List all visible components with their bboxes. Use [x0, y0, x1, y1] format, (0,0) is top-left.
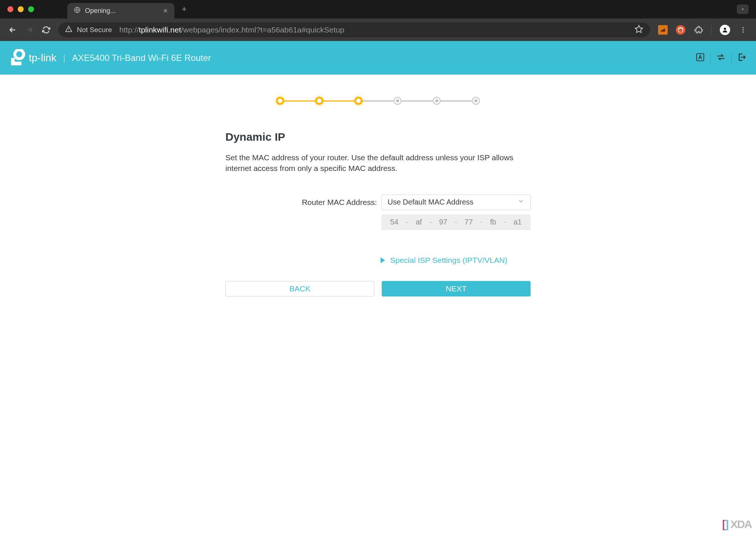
- close-window-button[interactable]: [7, 6, 13, 12]
- mac-octet: af: [416, 218, 422, 226]
- svg-point-9: [742, 29, 743, 30]
- browser-chrome: Opening... ✕ + Not Secure http://tplinkw…: [0, 0, 756, 41]
- titlebar: Opening... ✕ +: [0, 0, 756, 18]
- svg-rect-12: [11, 58, 15, 65]
- special-isp-settings-toggle[interactable]: Special ISP Settings (IPTV/VLAN): [381, 256, 531, 265]
- browser-tab[interactable]: Opening... ✕: [67, 3, 174, 18]
- step-line: [362, 100, 394, 102]
- svg-point-6: [679, 28, 683, 32]
- url-text: http://tplinkwifi.net/webpages/index.htm…: [119, 25, 344, 34]
- step-line: [284, 100, 315, 102]
- step-node-5: [433, 97, 441, 105]
- chevron-down-icon: [518, 198, 524, 206]
- extensions-button[interactable]: [694, 25, 703, 35]
- mac-address-display: 54-af-97-77-fb-a1: [381, 215, 531, 230]
- not-secure-icon: [65, 25, 72, 34]
- extension-duckduckgo-icon[interactable]: [676, 25, 685, 35]
- back-button[interactable]: BACK: [225, 281, 374, 296]
- close-tab-icon[interactable]: ✕: [163, 7, 168, 14]
- step-node-1: [276, 97, 284, 105]
- mac-address-select[interactable]: Use Default MAC Address: [381, 195, 531, 210]
- url-bar[interactable]: Not Secure http://tplinkwifi.net/webpage…: [58, 23, 650, 37]
- step-node-3: [354, 97, 362, 105]
- minimize-window-button[interactable]: [18, 6, 24, 12]
- back-button[interactable]: [8, 25, 17, 34]
- divider: [731, 53, 732, 63]
- mac-address-row: Router MAC Address: Use Default MAC Addr…: [225, 195, 531, 210]
- next-button[interactable]: NEXT: [382, 281, 531, 296]
- mac-separator: -: [504, 218, 506, 226]
- forward-button[interactable]: [25, 25, 34, 34]
- mac-separator: -: [455, 218, 457, 226]
- tab-title: Opening...: [85, 7, 159, 15]
- step-node-6: [472, 97, 480, 105]
- mac-separator: -: [480, 218, 483, 226]
- mac-display-row: 54-af-97-77-fb-a1: [225, 215, 531, 230]
- mac-octet: 77: [464, 218, 473, 226]
- progress-stepper: [276, 97, 480, 105]
- svg-point-11: [15, 50, 24, 59]
- product-name: AXE5400 Tri-Band Wi-Fi 6E Router: [72, 53, 211, 63]
- mac-octet: a1: [514, 218, 522, 226]
- svg-point-7: [724, 28, 726, 30]
- step-node-4: [394, 97, 402, 105]
- url-bar-row: Not Secure http://tplinkwifi.net/webpage…: [0, 18, 756, 41]
- mac-octet: fb: [490, 218, 496, 226]
- bookmark-star-icon[interactable]: [634, 25, 643, 35]
- security-label: Not Secure: [77, 26, 112, 34]
- header-actions: [695, 52, 746, 64]
- step-line: [441, 100, 472, 102]
- tabs-dropdown-button[interactable]: [737, 4, 749, 14]
- extension-camelizer-icon[interactable]: [658, 25, 668, 35]
- divider: [710, 53, 711, 63]
- mac-separator: -: [406, 218, 408, 226]
- window-controls: [7, 6, 34, 12]
- globe-icon: [74, 7, 81, 15]
- step-line: [402, 100, 433, 102]
- profile-button[interactable]: [720, 25, 730, 35]
- divider: [711, 25, 712, 35]
- new-tab-button[interactable]: +: [182, 4, 187, 14]
- mac-separator: -: [429, 218, 432, 226]
- browser-actions: [658, 25, 748, 35]
- main-content: Dynamic IP Set the MAC address of your r…: [0, 75, 756, 319]
- svg-point-8: [742, 27, 743, 28]
- brand-name: tp-link: [29, 52, 57, 64]
- mac-octet: 54: [390, 218, 398, 226]
- tplink-logo-icon: [10, 49, 26, 67]
- button-row: BACK NEXT: [225, 281, 531, 296]
- mac-octet: 97: [439, 218, 447, 226]
- language-button[interactable]: [695, 52, 705, 64]
- svg-rect-13: [15, 62, 21, 65]
- reload-button[interactable]: [42, 26, 50, 34]
- page-title: Dynamic IP: [225, 131, 531, 143]
- select-value: Use Default MAC Address: [388, 198, 473, 206]
- svg-marker-3: [635, 25, 643, 32]
- switch-mode-button[interactable]: [716, 52, 726, 64]
- step-node-2: [315, 97, 323, 105]
- step-line: [323, 100, 354, 102]
- app-header: tp-link | AXE5400 Tri-Band Wi-Fi 6E Rout…: [0, 41, 756, 75]
- divider: |: [63, 53, 65, 63]
- brand-logo: tp-link: [10, 49, 57, 67]
- expand-label: Special ISP Settings (IPTV/VLAN): [390, 256, 507, 265]
- mac-address-label: Router MAC Address:: [302, 198, 377, 207]
- setup-panel: Dynamic IP Set the MAC address of your r…: [225, 131, 531, 296]
- logout-button[interactable]: [737, 52, 746, 64]
- browser-menu-button[interactable]: [738, 25, 748, 35]
- maximize-window-button[interactable]: [28, 6, 34, 12]
- page-description: Set the MAC address of your router. Use …: [225, 152, 531, 174]
- svg-point-10: [742, 31, 743, 32]
- triangle-right-icon: [381, 257, 385, 263]
